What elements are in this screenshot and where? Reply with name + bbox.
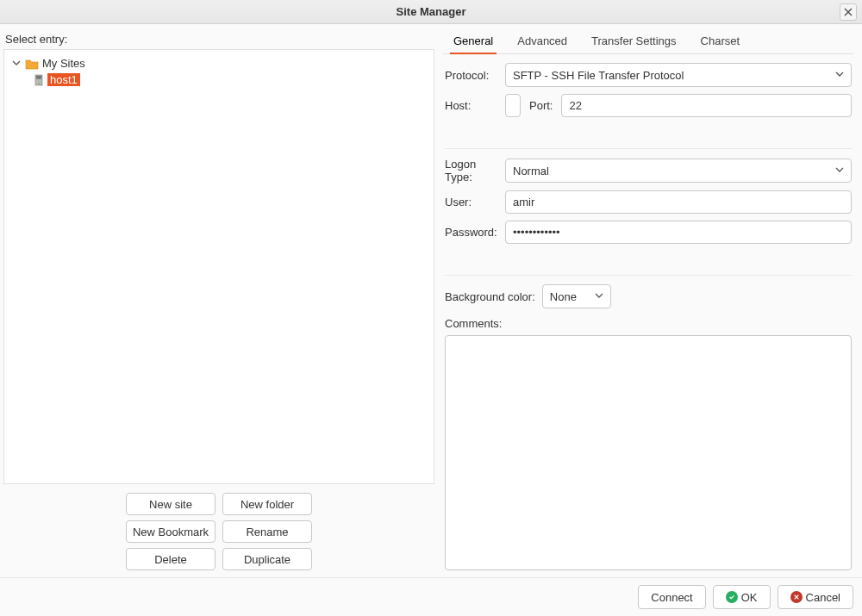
tab-general[interactable]: General bbox=[450, 29, 497, 54]
chevron-down-icon bbox=[835, 70, 844, 80]
window-title: Site Manager bbox=[397, 5, 466, 18]
tab-advanced[interactable]: Advanced bbox=[514, 29, 571, 54]
chevron-down-icon[interactable] bbox=[11, 57, 22, 70]
logon-type-label: Logon Type: bbox=[445, 158, 505, 184]
tree-root-label: My Sites bbox=[42, 57, 85, 70]
dialog-footer: Connect OK Cancel bbox=[0, 577, 862, 616]
background-color-value: None bbox=[550, 290, 577, 303]
background-color-select[interactable]: None bbox=[542, 284, 611, 308]
tab-bar: General Advanced Transfer Settings Chars… bbox=[443, 29, 853, 54]
comments-textarea[interactable] bbox=[445, 335, 852, 570]
svg-rect-2 bbox=[36, 78, 41, 79]
host-label: Host: bbox=[445, 99, 505, 112]
site-tree[interactable]: My Sites host1 bbox=[3, 49, 434, 484]
tab-charset[interactable]: Charset bbox=[697, 29, 744, 54]
new-folder-button[interactable]: New folder bbox=[222, 493, 312, 515]
window-close-button[interactable] bbox=[840, 3, 857, 21]
check-icon bbox=[726, 591, 738, 603]
duplicate-button[interactable]: Duplicate bbox=[222, 548, 312, 570]
general-tab-content: Protocol: SFTP - SSH File Transfer Proto… bbox=[443, 54, 853, 570]
right-panel: General Advanced Transfer Settings Chars… bbox=[443, 29, 853, 570]
user-input[interactable] bbox=[505, 190, 852, 214]
protocol-label: Protocol: bbox=[445, 69, 505, 82]
connect-button[interactable]: Connect bbox=[638, 585, 705, 609]
select-entry-label: Select entry: bbox=[3, 29, 434, 49]
titlebar: Site Manager bbox=[0, 0, 862, 24]
server-icon bbox=[34, 74, 44, 86]
svg-point-3 bbox=[38, 83, 40, 84]
password-label: Password: bbox=[445, 226, 505, 239]
new-bookmark-button[interactable]: New Bookmark bbox=[126, 520, 216, 543]
cancel-button[interactable]: Cancel bbox=[778, 585, 853, 609]
protocol-select[interactable]: SFTP - SSH File Transfer Protocol bbox=[505, 63, 852, 87]
port-input[interactable] bbox=[561, 94, 852, 117]
port-label: Port: bbox=[529, 99, 553, 112]
rename-button[interactable]: Rename bbox=[222, 520, 312, 543]
chevron-down-icon bbox=[595, 291, 603, 302]
tree-item-host1[interactable]: host1 bbox=[8, 72, 430, 88]
tab-transfer-settings[interactable]: Transfer Settings bbox=[588, 29, 680, 54]
ok-button[interactable]: OK bbox=[713, 585, 771, 609]
tree-item-label: host1 bbox=[47, 73, 80, 86]
tree-root-my-sites[interactable]: My Sites bbox=[8, 55, 430, 72]
comments-label: Comments: bbox=[445, 317, 852, 330]
chevron-down-icon bbox=[835, 165, 844, 176]
cancel-icon bbox=[790, 591, 803, 603]
logon-type-select[interactable]: Normal bbox=[505, 159, 852, 183]
protocol-value: SFTP - SSH File Transfer Protocol bbox=[513, 69, 684, 82]
password-input[interactable] bbox=[505, 221, 852, 244]
left-panel: Select entry: My Sites bbox=[3, 29, 434, 570]
new-site-button[interactable]: New site bbox=[126, 493, 216, 515]
tree-action-buttons: New site New folder New Bookmark Rename … bbox=[3, 484, 434, 570]
folder-icon bbox=[25, 58, 39, 70]
user-label: User: bbox=[445, 196, 505, 208]
close-icon bbox=[844, 8, 853, 16]
svg-rect-1 bbox=[36, 76, 41, 78]
logon-type-value: Normal bbox=[513, 165, 549, 177]
delete-button[interactable]: Delete bbox=[126, 548, 216, 570]
background-color-label: Background color: bbox=[445, 290, 535, 303]
host-input[interactable] bbox=[505, 94, 521, 117]
